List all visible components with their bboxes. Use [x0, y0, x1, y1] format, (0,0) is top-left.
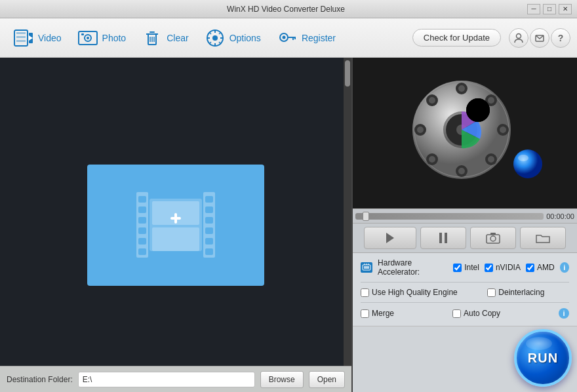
svg-rect-46	[205, 248, 213, 255]
svg-point-76	[518, 155, 528, 161]
maximize-button[interactable]: □	[543, 4, 556, 14]
svg-point-31	[517, 33, 521, 38]
hardware-info-icon[interactable]: i	[560, 262, 569, 273]
clear-button[interactable]: Clear	[135, 24, 195, 52]
preview-area	[353, 58, 577, 208]
divider-2	[361, 302, 569, 303]
play-button[interactable]	[364, 227, 416, 249]
svg-rect-51	[174, 213, 177, 224]
svg-line-23	[219, 42, 221, 44]
options-button[interactable]: Options	[198, 24, 268, 52]
video-button[interactable]: Video	[7, 24, 68, 52]
intel-label: Intel	[464, 263, 479, 272]
options-label: Options	[229, 33, 261, 43]
user-icon-button[interactable]	[509, 28, 528, 48]
svg-point-8	[87, 37, 89, 39]
register-button[interactable]: Register	[270, 24, 342, 52]
hardware-icon	[361, 262, 372, 273]
photo-button[interactable]: Photo	[71, 24, 133, 52]
minimize-button[interactable]: ─	[527, 4, 540, 14]
svg-rect-79	[445, 233, 447, 243]
intel-checkbox[interactable]	[453, 264, 462, 272]
svg-point-55	[458, 85, 465, 92]
svg-point-74	[466, 98, 490, 122]
svg-point-57	[458, 168, 465, 174]
mail-icon-button[interactable]	[530, 28, 549, 48]
intel-checkbox-group: Intel	[453, 263, 479, 272]
video-list-area[interactable]	[0, 58, 351, 392]
video-icon	[13, 28, 34, 49]
svg-point-63	[429, 97, 435, 104]
scrollbar-thumb	[345, 60, 350, 87]
options-area: Hardware Accelerator: Intel nVIDIA AMD i	[353, 253, 577, 326]
nvidia-label: nVIDIA	[496, 263, 521, 272]
left-panel: Destination Folder: Browse Open	[0, 58, 353, 392]
folder-button[interactable]	[520, 227, 566, 249]
timeline-handle[interactable]	[363, 212, 369, 221]
auto-copy-label: Auto Copy	[464, 309, 500, 318]
film-reel-graphic	[406, 74, 524, 192]
deinterlace-label: Deinterlacing	[498, 288, 544, 297]
svg-rect-38	[138, 238, 146, 245]
nvidia-checkbox[interactable]	[485, 264, 493, 272]
merge-label: Merge	[372, 309, 394, 318]
help-icon-button[interactable]: ?	[551, 28, 570, 48]
svg-line-25	[209, 42, 211, 44]
browse-button[interactable]: Browse	[260, 371, 304, 388]
merge-group: Merge	[361, 309, 394, 318]
svg-rect-45	[205, 238, 213, 245]
main-content: Destination Folder: Browse Open	[0, 58, 577, 392]
svg-point-75	[513, 149, 542, 178]
pause-button[interactable]	[420, 227, 466, 249]
left-scrollbar[interactable]	[344, 58, 351, 392]
playback-controls	[353, 223, 577, 253]
svg-rect-9	[81, 33, 84, 35]
amd-label: AMD	[537, 263, 555, 272]
title-bar: WinX HD Video Converter Deluxe ─ □ ✕	[0, 0, 577, 18]
deinterlace-group: Deinterlacing	[487, 288, 544, 297]
svg-rect-3	[16, 40, 26, 42]
svg-rect-36	[138, 217, 146, 224]
destination-label: Destination Folder:	[7, 375, 73, 384]
photo-icon	[77, 28, 98, 49]
bottom-bar: Destination Folder: Browse Open	[0, 366, 351, 392]
deinterlace-checkbox[interactable]	[487, 288, 496, 297]
merge-checkbox[interactable]	[361, 309, 369, 318]
high-quality-checkbox[interactable]	[361, 288, 369, 297]
open-button[interactable]: Open	[309, 371, 345, 388]
svg-rect-84	[364, 266, 369, 269]
run-button[interactable]: RUN	[514, 329, 572, 387]
svg-point-65	[488, 97, 494, 104]
svg-rect-2	[16, 36, 26, 38]
key-icon	[277, 28, 298, 49]
window-controls: ─ □ ✕	[527, 4, 572, 14]
svg-line-24	[219, 32, 221, 34]
close-button[interactable]: ✕	[559, 4, 572, 14]
auto-copy-info-icon[interactable]: i	[559, 308, 569, 319]
merge-row: Merge Auto Copy i	[361, 308, 569, 319]
destination-input[interactable]	[78, 372, 255, 387]
options-icon	[205, 28, 226, 49]
svg-rect-34	[138, 196, 146, 203]
svg-rect-44	[205, 227, 213, 234]
add-video-zone[interactable]	[87, 165, 264, 286]
nvidia-checkbox-group: nVIDIA	[485, 263, 521, 272]
check-update-button[interactable]: Check for Update	[412, 29, 501, 47]
timeline[interactable]: 00:00:00	[353, 208, 577, 223]
svg-line-22	[209, 32, 211, 34]
quality-row: Use High Quality Engine Deinterlacing	[361, 288, 569, 297]
svg-point-59	[417, 127, 424, 133]
high-quality-group: Use High Quality Engine	[361, 288, 458, 297]
svg-point-69	[488, 156, 494, 163]
hardware-accelerator-row: Hardware Accelerator: Intel nVIDIA AMD i	[361, 258, 569, 277]
svg-rect-37	[138, 227, 146, 234]
amd-checkbox[interactable]	[526, 264, 534, 272]
timeline-time: 00:00:00	[546, 212, 574, 220]
snapshot-button[interactable]	[470, 227, 516, 249]
top-right-icon-group: ?	[509, 28, 570, 48]
add-video-icon	[136, 192, 215, 258]
amd-checkbox-group: AMD	[526, 263, 555, 272]
auto-copy-checkbox[interactable]	[452, 309, 461, 318]
svg-marker-77	[386, 233, 394, 243]
timeline-track[interactable]	[355, 213, 544, 220]
